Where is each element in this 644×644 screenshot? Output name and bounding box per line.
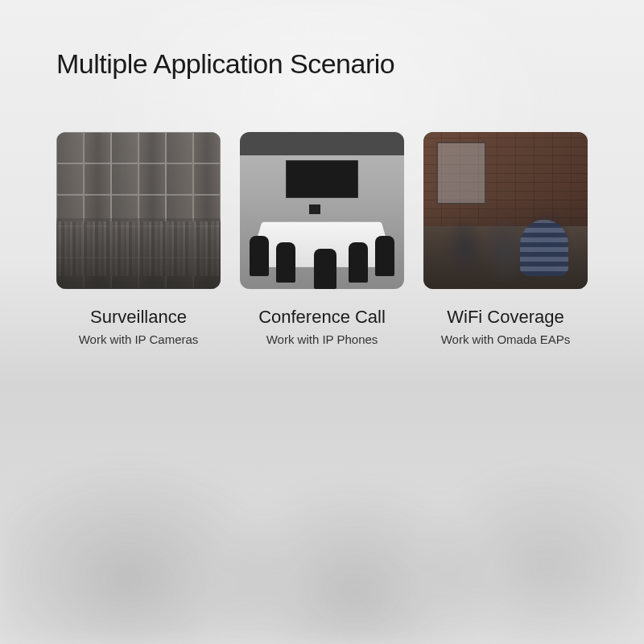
card-label: WiFi Coverage <box>447 307 564 328</box>
card-surveillance: Surveillance Work with IP Cameras <box>56 132 221 346</box>
scenario-cards: Surveillance Work with IP Cameras Confer… <box>56 132 588 346</box>
content-area: Multiple Application Scenario Surveillan… <box>0 0 644 394</box>
page-title: Multiple Application Scenario <box>56 48 588 80</box>
card-subtitle: Work with IP Cameras <box>79 332 199 346</box>
card-label: Surveillance <box>90 307 187 328</box>
card-subtitle: Work with Omada EAPs <box>441 332 571 346</box>
wifi-image <box>423 132 588 289</box>
card-label: Conference Call <box>258 307 386 328</box>
card-conference: Conference Call Work with IP Phones <box>240 132 404 346</box>
surveillance-image <box>56 132 221 289</box>
card-subtitle: Work with IP Phones <box>266 332 378 346</box>
conference-image <box>240 132 404 289</box>
card-wifi: WiFi Coverage Work with Omada EAPs <box>423 132 588 346</box>
